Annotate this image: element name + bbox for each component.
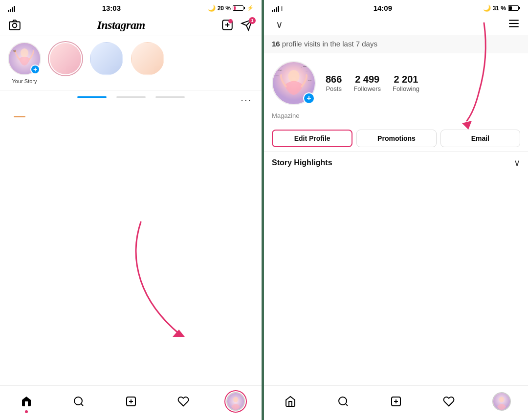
feed-tab-3[interactable]: [155, 96, 185, 98]
svg-point-35: [499, 397, 504, 402]
your-story-avatar-wrap[interactable]: 🦋 · · +: [8, 42, 41, 75]
stat-following[interactable]: 2 201 Following: [393, 74, 419, 92]
svg-marker-9: [173, 330, 185, 337]
likes-tab-right[interactable]: [438, 391, 460, 412]
time-left: 13:03: [102, 4, 121, 12]
story-item-4[interactable]: [131, 42, 164, 84]
visits-count: 16: [272, 40, 280, 48]
signal-bars-right: [272, 5, 279, 12]
story-highlights-title: Story Highlights: [272, 158, 332, 167]
time-right: 14:09: [374, 4, 392, 12]
moon-icon-left: 🌙: [208, 4, 216, 12]
story-item-yours[interactable]: 🦋 · · + Your Story: [8, 42, 41, 84]
edit-profile-button[interactable]: Edit Profile: [272, 130, 352, 147]
svg-point-16: [233, 397, 238, 402]
profile-bio: Magazine: [264, 109, 528, 126]
post-more-btn[interactable]: ···: [241, 94, 252, 106]
svg-text:⋅⋅: ⋅⋅: [306, 69, 308, 73]
svg-text:⋅: ⋅: [308, 74, 309, 78]
feed-tab-2[interactable]: [116, 96, 146, 98]
battery-pct-left: 20 %: [218, 5, 231, 12]
profile-visits-bar: 16 profile visits in the last 7 days: [264, 35, 528, 53]
story-avatar-4: [131, 42, 164, 75]
visits-text: profile visits in the last 7 days: [280, 40, 377, 48]
svg-point-10: [74, 397, 82, 405]
followers-count: 2 499: [355, 74, 379, 85]
arrow-annotation-left: [102, 212, 199, 351]
action-area: Edit Profile Promotions Email: [264, 126, 528, 151]
profile-avatar-large-wrap[interactable]: ⋅ ⋅⋅ ⋅ ⋅⋅ ⋅ ⋅ +: [272, 61, 316, 105]
svg-text:·: ·: [32, 46, 33, 49]
svg-point-29: [339, 397, 347, 405]
signal-bars-left: [8, 5, 15, 12]
content-spacer: [264, 172, 528, 385]
post-category-indicator: [14, 116, 25, 117]
profile-add-btn[interactable]: +: [303, 92, 315, 104]
search-tab-right[interactable]: [332, 391, 354, 412]
following-label: Following: [393, 85, 419, 92]
stories-bar: 🦋 · · + Your Story: [0, 36, 262, 90]
highlights-chevron[interactable]: ∨: [514, 157, 520, 168]
stat-followers[interactable]: 2 499 Followers: [353, 74, 381, 92]
story-avatar-2: [49, 42, 82, 75]
profile-avatar-small-right: [492, 392, 511, 411]
add-post-icon[interactable]: [220, 18, 234, 32]
instagram-logo: Instagram: [97, 19, 145, 32]
battery-left: [233, 5, 245, 11]
moon-icon-right: 🌙: [483, 4, 491, 12]
dropdown-chevron[interactable]: ∨: [276, 19, 283, 30]
hamburger-menu[interactable]: [507, 17, 520, 32]
left-status-bar: 13:03 🌙 20 % ⚡: [0, 0, 262, 14]
svg-text:·: ·: [34, 51, 35, 54]
feed-tabs: [0, 90, 262, 102]
svg-text:⋅: ⋅: [301, 66, 302, 69]
svg-point-21: [288, 70, 300, 82]
story-item-2[interactable]: [49, 42, 82, 84]
profile-avatar-small-left: [226, 392, 245, 411]
right-top-bar: ∨: [264, 14, 528, 35]
your-story-label: Your Story: [12, 78, 37, 84]
svg-line-11: [81, 404, 83, 406]
battery-pct-right: 31 %: [493, 5, 506, 12]
camera-icon[interactable]: [8, 18, 22, 32]
send-icon[interactable]: 1: [240, 18, 254, 32]
bottom-nav-left: [0, 385, 262, 420]
right-status-bar: | 14:09 🌙 31 %: [264, 0, 528, 14]
posts-count: 866: [326, 74, 342, 85]
search-tab-left[interactable]: [68, 391, 89, 412]
profile-tab-left[interactable]: [225, 391, 246, 412]
message-badge: 1: [249, 17, 256, 24]
svg-text:🦋: 🦋: [13, 49, 17, 53]
following-count: 2 201: [394, 74, 418, 85]
posts-label: Posts: [326, 85, 342, 92]
promotions-button[interactable]: Promotions: [356, 130, 436, 147]
followers-label: Followers: [353, 85, 381, 92]
profile-section: ⋅ ⋅⋅ ⋅ ⋅⋅ ⋅ ⋅ + 866: [264, 53, 528, 109]
story-avatar-3: [90, 42, 123, 75]
home-tab-right[interactable]: [280, 391, 301, 412]
story-highlights-section: Story Highlights ∨: [264, 151, 528, 172]
left-navbar: Instagram 1: [0, 14, 262, 36]
right-panel: | 14:09 🌙 31 % ∨ 16 profile visits in: [264, 0, 528, 420]
battery-right: [508, 5, 520, 11]
stat-posts[interactable]: 866 Posts: [326, 74, 342, 92]
bio-category: Magazine: [272, 112, 299, 119]
svg-text:⋅⋅: ⋅⋅: [281, 65, 283, 68]
svg-point-3: [228, 19, 233, 23]
profile-tab-right[interactable]: [491, 391, 512, 412]
svg-point-1: [13, 23, 17, 28]
svg-point-5: [21, 48, 28, 57]
left-panel: 13:03 🌙 20 % ⚡ Instagram: [0, 0, 264, 420]
add-tab-left[interactable]: [120, 391, 142, 412]
likes-tab-left[interactable]: [173, 391, 194, 412]
add-tab-right[interactable]: [385, 391, 407, 412]
bottom-nav-right: [264, 385, 528, 420]
email-button[interactable]: Email: [440, 130, 520, 147]
profile-stats: 866 Posts 2 499 Followers 2 201 Followin…: [326, 74, 419, 92]
feed-tab-1[interactable]: [77, 96, 107, 98]
home-tab-left[interactable]: [16, 391, 37, 412]
story-item-3[interactable]: [90, 42, 123, 84]
svg-line-30: [346, 404, 348, 406]
add-story-btn[interactable]: +: [30, 65, 40, 74]
action-buttons: Edit Profile Promotions Email: [264, 126, 528, 151]
